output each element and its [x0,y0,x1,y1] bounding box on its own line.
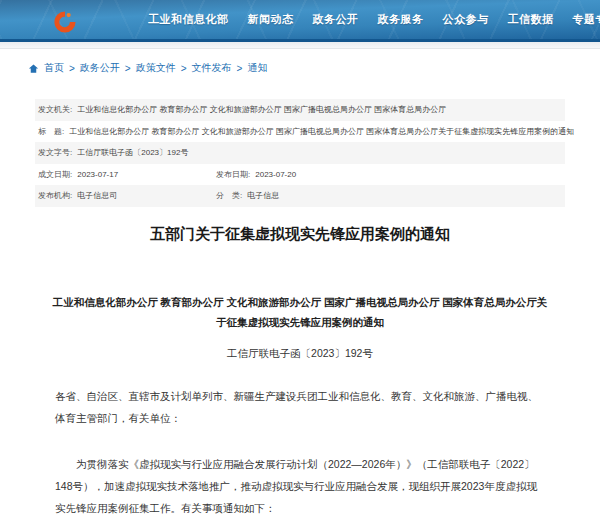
meta-label: 发文机关: [38,105,72,115]
breadcrumb-policy-files[interactable]: 政策文件 [136,61,176,75]
meta-cell-category: 分 类: 电子信息 [216,191,562,201]
meta-cell-publisher: 发布机构: 电子信息司 [38,191,216,201]
top-navigation-bar: 工业和信息化部 新闻动态 政务公开 政务服务 公众参与 工信数据 专题专栏 [0,0,600,42]
paragraph-salutation: 各省、自治区、直辖市及计划单列市、新疆生产建设兵团工业和信息化、教育、文化和旅游… [55,385,545,429]
meta-value: 电子信息司 [77,191,117,201]
meta-cell-written-date: 成文日期: 2023-07-17 [38,170,216,180]
meta-row-title: 标 题: 工业和信息化部办公厅 教育部办公厅 文化和旅游部办公厅 国家广播电视总… [35,121,565,143]
meta-row-doc-number: 发文字号: 工信厅联电子函〔2023〕192号 [35,142,565,164]
miit-logo-icon[interactable] [52,9,78,35]
meta-label: 发文字号: [38,148,72,158]
nav-item-miit[interactable]: 工业和信息化部 [148,12,229,27]
meta-value: 2023-07-17 [77,170,118,180]
nav-item-gov-disclosure[interactable]: 政务公开 [313,12,359,27]
meta-label: 标 题: [38,127,64,137]
article-body: 各省、自治区、直辖市及计划单列市、新疆生产建设兵团工业和信息化、教育、文化和旅游… [55,385,545,528]
meta-row-publisher-category: 发布机构: 电子信息司 分 类: 电子信息 [35,185,565,207]
meta-label: 分 类: [216,191,242,201]
meta-label: 发布日期: [216,170,250,180]
meta-label: 发布机构: [38,191,72,201]
meta-label: 成文日期: [38,170,72,180]
nav-item-data[interactable]: 工信数据 [508,12,554,27]
meta-row-issuing-agency: 发文机关: 工业和信息化部办公厅 教育部办公厅 文化和旅游部办公厅 国家广播电视… [35,99,565,121]
breadcrumb-separator: > [69,63,75,74]
meta-row-dates: 成文日期: 2023-07-17 发布日期: 2023-07-20 [35,164,565,186]
meta-value: 工业和信息化部办公厅 教育部办公厅 文化和旅游部办公厅 国家广播电视总局办公厅 … [77,105,446,115]
breadcrumb: 首页 > 政务公开 > 政策文件 > 文件发布 > 通知 [0,49,600,85]
breadcrumb-gov-disclosure[interactable]: 政务公开 [80,61,120,75]
breadcrumb-current-notice: 通知 [247,61,267,75]
nav-item-gov-services[interactable]: 政务服务 [378,12,424,27]
meta-cell-publish-date: 发布日期: 2023-07-20 [216,170,562,180]
document-number: 工信厅联电子函〔2023〕192号 [0,347,600,361]
meta-value: 工业和信息化部办公厅 教育部办公厅 文化和旅游部办公厅 国家广播电视总局办公厅 … [69,127,574,137]
nav-item-public-participation[interactable]: 公众参与 [443,12,489,27]
document-subtitle: 工业和信息化部办公厅 教育部办公厅 文化和旅游部办公厅 国家广播电视总局办公厅 … [52,292,548,332]
nav-menu: 工业和信息化部 新闻动态 政务公开 政务服务 公众参与 工信数据 专题专栏 [0,12,600,27]
nav-item-special-topics[interactable]: 专题专栏 [573,12,600,27]
nav-bottom-strip [0,42,600,49]
meta-value: 电子信息 [247,191,279,201]
document-meta-table: 发文机关: 工业和信息化部办公厅 教育部办公厅 文化和旅游部办公厅 国家广播电视… [35,99,565,207]
meta-value: 2023-07-20 [255,170,296,180]
breadcrumb-separator: > [237,63,243,74]
page-title: 五部门关于征集虚拟现实先锋应用案例的通知 [0,225,600,244]
breadcrumb-separator: > [181,63,187,74]
breadcrumb-file-release[interactable]: 文件发布 [192,61,232,75]
home-icon[interactable] [28,63,39,74]
breadcrumb-home[interactable]: 首页 [44,61,64,75]
paragraph-intro: 为贯彻落实《虚拟现实与行业应用融合发展行动计划（2022—2026年）》（工信部… [55,453,545,519]
nav-item-news[interactable]: 新闻动态 [248,12,294,27]
meta-value: 工信厅联电子函〔2023〕192号 [77,148,188,158]
breadcrumb-separator: > [125,63,131,74]
